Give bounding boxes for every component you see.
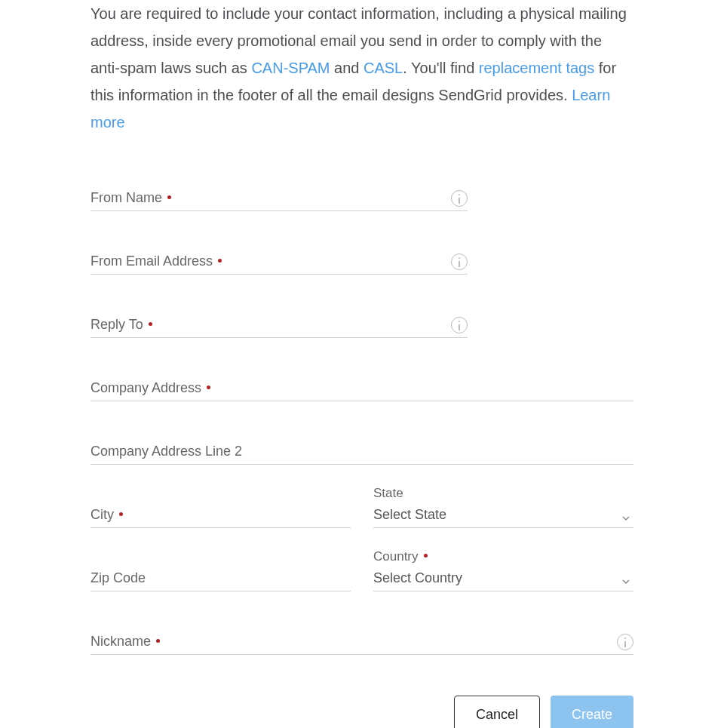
link-replacement-tags[interactable]: replacement tags <box>479 60 594 76</box>
state-label: State <box>373 486 403 501</box>
link-can-spam[interactable]: CAN-SPAM <box>251 60 330 76</box>
field-nickname: Nickname <box>90 632 634 655</box>
field-zip: Zip Code <box>90 569 351 591</box>
state-select-value: Select State <box>373 507 634 523</box>
chevron-down-icon <box>621 512 629 520</box>
chevron-down-icon <box>621 576 629 583</box>
field-reply-to: Reply To <box>90 315 468 338</box>
field-from-name: From Name <box>90 189 468 211</box>
info-icon[interactable] <box>451 190 468 207</box>
country-label: Country <box>373 549 428 564</box>
field-from-email: From Email Address <box>90 252 468 275</box>
field-company-address2: Company Address Line 2 <box>90 442 634 465</box>
field-country: Country Select Country <box>373 569 634 591</box>
info-icon[interactable] <box>451 317 468 333</box>
intro-text: You are required to include your contact… <box>90 0 634 136</box>
info-icon[interactable] <box>451 253 468 270</box>
create-button[interactable]: Create <box>551 696 634 728</box>
country-select-value: Select Country <box>373 570 634 586</box>
field-state: State Select State <box>373 505 634 528</box>
field-city: City <box>90 505 351 528</box>
info-icon[interactable] <box>617 634 634 650</box>
country-select[interactable]: Select Country <box>373 569 634 591</box>
link-casl[interactable]: CASL <box>364 60 403 76</box>
required-indicator <box>424 554 428 558</box>
form-actions: Cancel Create <box>90 696 634 728</box>
cancel-button[interactable]: Cancel <box>454 696 540 728</box>
state-select[interactable]: Select State <box>373 505 634 528</box>
field-company-address: Company Address <box>90 379 634 401</box>
